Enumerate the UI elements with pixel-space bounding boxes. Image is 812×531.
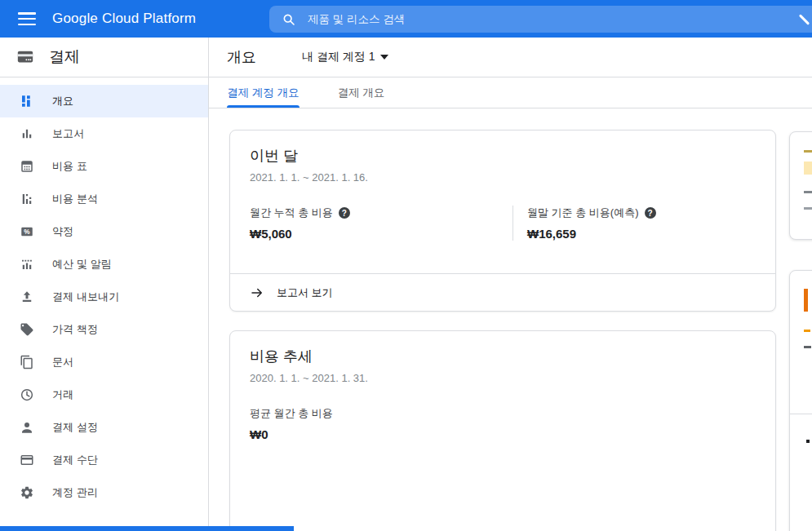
page-title: 개요 [227, 47, 256, 67]
app-bar: Google Cloud Platform 제품 및 리소스 검색 [0, 0, 812, 38]
main-area: 개요 내 결제 계정 1 결제 계정 개요 결제 개요 이번 달 2021. 1… [209, 38, 812, 531]
right-partial-card-bottom [789, 270, 812, 531]
sidebar-item-cost-table[interactable]: 비용 표 [0, 150, 208, 183]
billing-account-selector[interactable]: 내 결제 계정 1 [302, 50, 388, 64]
clock-icon [20, 387, 34, 402]
search-input[interactable]: 제품 및 리소스 검색 [269, 6, 812, 33]
card-title: 이번 달 [250, 146, 756, 166]
svg-text:%: % [24, 228, 30, 236]
sidebar-item-budgets-alerts[interactable]: 예산 및 알림 [0, 248, 208, 281]
reports-icon [20, 126, 34, 141]
budgets-alerts-icon [20, 257, 34, 272]
sidebar-item-pricing[interactable]: 가격 책정 [0, 313, 208, 346]
tab-bar: 결제 계정 개요 결제 개요 [209, 77, 812, 108]
gear-icon [20, 485, 34, 500]
tab-payments-overview[interactable]: 결제 개요 [338, 77, 385, 108]
sidebar-item-payment-settings[interactable]: 결제 설정 [0, 411, 208, 444]
chevron-down-icon [380, 55, 388, 60]
stats-row: 월간 누적 총 비용 ₩5,060 월말 기준 총 비용(예측) ₩16,659 [250, 206, 756, 241]
cost-table-icon [20, 159, 34, 174]
sidebar-item-overview[interactable]: 개요 [0, 85, 208, 117]
card-date-range: 2020. 1. 1. ~ 2021. 1. 31. [250, 372, 756, 384]
promo-accent-bar [804, 289, 808, 312]
month-to-date-value: ₩5,060 [250, 227, 512, 241]
sidebar-item-payment-method[interactable]: 결제 수단 [0, 444, 208, 476]
sidebar-item-cost-breakdown[interactable]: 비용 분석 [0, 183, 208, 215]
forecasted-value: ₩16,659 [527, 227, 756, 241]
docs-icon [20, 355, 34, 369]
page-header: 개요 내 결제 계정 1 [209, 38, 812, 77]
bottom-scroll-strip [0, 526, 294, 531]
sidebar-item-transactions[interactable]: 거래 [0, 378, 208, 411]
tab-billing-account-overview[interactable]: 결제 계정 개요 [227, 77, 300, 108]
billing-sidebar: 결제 개요 보고서 [0, 38, 209, 531]
card-title: 비용 추세 [250, 347, 756, 366]
card-date-range: 2021. 1. 1. ~ 2021. 1. 16. [250, 171, 756, 184]
credit-card-icon [20, 453, 34, 467]
content-area: 이번 달 2021. 1. 1. ~ 2021. 1. 16. 월간 누적 총 … [209, 109, 812, 531]
percent-icon: % [20, 224, 34, 239]
sidebar-header: 결제 [0, 38, 208, 77]
sidebar-item-billing-export[interactable]: 결제 내보내기 [0, 281, 208, 313]
month-to-date-stat: 월간 누적 총 비용 ₩5,060 [250, 206, 512, 241]
view-report-link[interactable]: 보고서 보기 [230, 273, 775, 311]
this-month-card: 이번 달 2021. 1. 1. ~ 2021. 1. 16. 월간 누적 총 … [229, 130, 776, 312]
upload-icon [20, 290, 34, 304]
person-icon [20, 420, 34, 435]
right-partial-card-top [789, 131, 812, 240]
hamburger-menu-icon[interactable] [18, 12, 36, 25]
avg-monthly-cost-value: ₩0 [250, 427, 756, 441]
sidebar-item-reports[interactable]: 보고서 [0, 117, 208, 150]
help-icon[interactable] [339, 207, 350, 219]
search-placeholder: 제품 및 리소스 검색 [308, 12, 405, 27]
cost-breakdown-icon [20, 192, 34, 206]
sidebar-item-docs[interactable]: 문서 [0, 346, 208, 378]
help-icon[interactable] [645, 207, 656, 219]
sidebar-item-account-management[interactable]: 계정 관리 [0, 476, 208, 509]
sidebar-title: 결제 [49, 46, 80, 68]
billing-card-icon [16, 48, 34, 66]
product-name[interactable]: Google Cloud Platform [52, 11, 196, 27]
search-icon [282, 13, 295, 26]
forecasted-stat: 월말 기준 총 비용(예측) ₩16,659 [512, 206, 756, 241]
arrow-right-icon [250, 285, 264, 300]
sidebar-nav: 개요 보고서 비용 표 [0, 77, 208, 509]
cost-trend-card: 비용 추세 2020. 1. 1. ~ 2021. 1. 31. 평균 월간 총… [229, 330, 776, 531]
sidebar-item-commitments[interactable]: % 약정 [0, 215, 208, 248]
tag-icon [20, 322, 34, 337]
overview-icon [20, 94, 34, 108]
